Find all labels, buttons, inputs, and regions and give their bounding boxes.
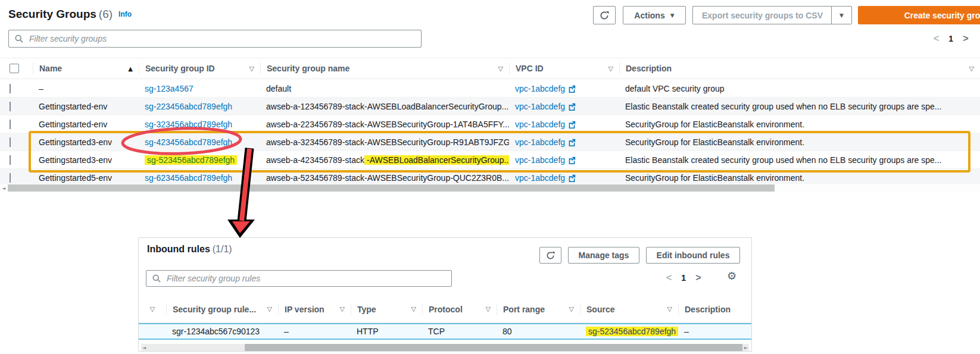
page-title-text: Security Groups: [8, 8, 96, 20]
next-page-icon[interactable]: >: [695, 273, 701, 283]
vpc-id-link[interactable]: vpc-1abcdefg: [515, 84, 565, 93]
external-link-icon[interactable]: [568, 85, 576, 93]
col-protocol[interactable]: Protocol▽: [422, 303, 497, 315]
sg-group-name: awseb-a-323456789-stack-AWSEBSecurityGro…: [260, 137, 509, 147]
scrollbar-thumb[interactable]: [8, 184, 775, 192]
col-source[interactable]: Source▽: [580, 303, 678, 315]
rule-source: sg-523456abcd789efgh / ...: [580, 327, 678, 336]
scroll-left-icon[interactable]: ◄: [142, 345, 146, 350]
filter-icon[interactable]: ▽: [569, 305, 574, 313]
row-checkbox[interactable]: [10, 84, 11, 93]
next-page-icon[interactable]: >: [963, 34, 968, 43]
table-row[interactable]: – sg-123a4567 default vpc-1abcdefg defau…: [0, 80, 980, 98]
inbound-rule-row-selected[interactable]: sgr-1234abc567c90123 – HTTP TCP 80 sg-52…: [139, 323, 751, 340]
security-groups-filter: [8, 30, 422, 48]
rule-source-highlight[interactable]: sg-523456abcd789efgh: [586, 327, 678, 336]
sg-id-link[interactable]: sg-323456abcd789efgh: [145, 120, 232, 129]
table-row[interactable]: Gettingstarted-env sg-323456abcd789efgh …: [0, 115, 980, 133]
col-description[interactable]: Description▽: [619, 62, 980, 74]
vpc-id-link[interactable]: vpc-1abcdefg: [515, 120, 565, 129]
row-checkbox[interactable]: [10, 137, 11, 147]
row-checkbox[interactable]: [10, 120, 11, 129]
sg-table-horizontal-scrollbar[interactable]: ◄: [0, 184, 980, 192]
external-link-icon[interactable]: [568, 156, 576, 164]
sg-id-link[interactable]: sg-123a4567: [145, 84, 193, 93]
filter-icon[interactable]: ▽: [498, 65, 503, 73]
col-filter[interactable]: ▽: [139, 303, 166, 315]
actions-button[interactable]: Actions ▼: [623, 6, 686, 24]
vpc-id-link[interactable]: vpc-1abcdefg: [515, 102, 565, 111]
col-ip-version[interactable]: IP version▽: [278, 303, 351, 315]
scroll-left-icon[interactable]: ◄: [2, 186, 5, 191]
table-row[interactable]: Gettingstarted-env sg-223456abcd789efgh …: [0, 98, 980, 115]
filter-icon[interactable]: ▽: [411, 305, 416, 313]
external-link-icon[interactable]: [568, 103, 576, 111]
gear-icon[interactable]: ⚙: [727, 270, 736, 282]
filter-icon[interactable]: ▽: [249, 65, 254, 73]
sg-group-name-highlight: -AWSEBLoadBalancerSecurityGroup...: [364, 155, 509, 165]
select-all-checkbox[interactable]: [10, 64, 19, 73]
table-row[interactable]: Gettingstarted3-env sg-423456abcd789efgh…: [0, 133, 980, 151]
rule-id: sgr-1234abc567c90123: [166, 327, 278, 336]
external-link-icon[interactable]: [568, 139, 576, 146]
sg-table-header: Name▲ Security group ID▽ Security group …: [0, 58, 980, 79]
sort-ascending-icon: ▲: [128, 65, 133, 72]
col-type[interactable]: Type▽: [351, 303, 422, 315]
vpc-id-link[interactable]: vpc-1abcdefg: [515, 137, 565, 147]
edit-inbound-rules-button[interactable]: Edit inbound rules: [646, 247, 740, 264]
external-link-icon[interactable]: [568, 121, 576, 129]
sg-description: SecurityGroup for ElasticBeanstalk envir…: [619, 173, 980, 183]
filter-icon[interactable]: ▽: [150, 305, 155, 313]
scroll-right-icon[interactable]: ►: [744, 345, 748, 350]
col-description[interactable]: Description: [678, 303, 751, 315]
sg-name: –: [33, 84, 139, 93]
export-csv-dropdown-button[interactable]: ▼: [831, 6, 852, 24]
sg-group-name: awseb-a-523456789-stack-AWSEBSecurityGro…: [260, 173, 509, 183]
filter-icon[interactable]: ▽: [667, 305, 672, 313]
scrollbar-thumb[interactable]: [245, 344, 742, 351]
export-csv-label: Export security groups to CSV: [702, 11, 823, 20]
sg-name: Gettingstarted5-env: [33, 173, 139, 183]
refresh-button[interactable]: [593, 6, 616, 24]
col-sg-name[interactable]: Security group name▽: [260, 62, 509, 74]
col-vpc-id[interactable]: VPC ID▽: [509, 62, 619, 74]
current-page[interactable]: 1: [948, 34, 953, 43]
filter-icon[interactable]: ▽: [608, 65, 613, 73]
rule-description: –: [678, 327, 751, 336]
create-security-group-label: Create security group: [904, 11, 980, 20]
row-checkbox[interactable]: [10, 102, 11, 111]
create-security-group-button[interactable]: Create security group: [858, 6, 980, 24]
sg-id-link[interactable]: sg-223456abcd789efgh: [145, 102, 232, 111]
chevron-down-icon: ▼: [839, 12, 844, 18]
filter-icon[interactable]: ▽: [340, 305, 345, 313]
filter-security-groups-input[interactable]: [8, 30, 422, 48]
previous-page-icon[interactable]: <: [934, 34, 939, 43]
col-rule-id[interactable]: Security group rule...▽: [166, 303, 278, 315]
sg-id-link[interactable]: sg-423456abcd789efgh: [145, 137, 232, 147]
vpc-id-link[interactable]: vpc-1abcdefg: [515, 173, 565, 183]
rule-protocol: TCP: [422, 327, 497, 336]
filter-security-group-rules-input[interactable]: [146, 270, 452, 287]
table-row[interactable]: Gettingstarted3-env sg-523456abcd789efgh…: [0, 151, 980, 169]
inbound-horizontal-scrollbar[interactable]: ◄ ►: [141, 344, 749, 351]
col-name[interactable]: Name▲: [33, 62, 139, 74]
sg-id-link[interactable]: sg-623456abcd789efgh: [145, 173, 232, 183]
rule-ip-version: –: [278, 327, 351, 336]
current-page[interactable]: 1: [681, 273, 686, 283]
export-csv-button[interactable]: Export security groups to CSV: [692, 6, 832, 24]
inbound-refresh-button[interactable]: [539, 247, 561, 264]
external-link-icon[interactable]: [568, 174, 576, 182]
row-checkbox[interactable]: [10, 173, 11, 183]
sg-name: Gettingstarted3-env: [33, 137, 139, 147]
filter-icon[interactable]: ▽: [969, 65, 974, 73]
vpc-id-link[interactable]: vpc-1abcdefg: [515, 155, 565, 165]
row-checkbox[interactable]: [10, 155, 11, 165]
col-sg-id[interactable]: Security group ID▽: [139, 62, 260, 74]
filter-icon[interactable]: ▽: [267, 305, 272, 313]
previous-page-icon[interactable]: <: [666, 273, 672, 283]
info-link[interactable]: Info: [118, 10, 132, 18]
filter-icon[interactable]: ▽: [486, 305, 491, 313]
manage-tags-button[interactable]: Manage tags: [568, 247, 639, 264]
sg-id-link-highlighted[interactable]: sg-523456abcd789efgh: [145, 155, 237, 165]
col-port-range[interactable]: Port range▽: [497, 303, 580, 315]
